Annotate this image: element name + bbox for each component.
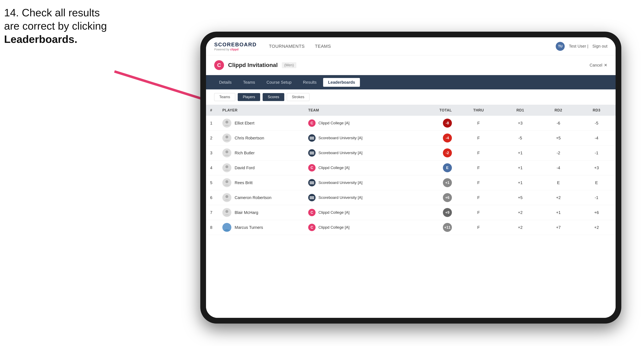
- row-total: +6: [406, 190, 456, 205]
- table-row: 7 Blair McHarg C Clippd College [A] +9 F…: [206, 205, 616, 220]
- col-header-num: #: [206, 105, 218, 116]
- svg-point-9: [225, 225, 228, 228]
- nav-link-teams[interactable]: TEAMS: [315, 44, 331, 49]
- row-team: Scoreboard University [A]: [304, 175, 406, 190]
- row-rd3: +2: [577, 220, 616, 235]
- row-total: +11: [406, 220, 456, 235]
- row-thru: F: [456, 116, 501, 131]
- row-player: David Ford: [218, 161, 304, 175]
- top-nav: SCOREBOARD Powered by clippd TOURNAMENTS…: [206, 37, 616, 55]
- row-player: Cameron Robertson: [218, 190, 304, 205]
- table-row: 6 Cameron Robertson Scoreboard Universit…: [206, 190, 616, 205]
- row-team: Scoreboard University [A]: [304, 131, 406, 146]
- filter-bar: Teams Players Scores Strokes: [206, 89, 616, 105]
- row-num: 3: [206, 146, 218, 161]
- row-total: -8: [406, 116, 456, 131]
- row-thru: F: [456, 220, 501, 235]
- filter-strokes-button[interactable]: Strokes: [287, 93, 310, 101]
- user-avatar: TU: [556, 42, 565, 51]
- team-logo-scoreboard: [308, 179, 316, 186]
- team-logo-scoreboard: [308, 134, 316, 142]
- row-player: Marcus Turners: [218, 220, 304, 235]
- row-thru: F: [456, 175, 501, 190]
- row-num: 6: [206, 190, 218, 205]
- player-avatar: [222, 119, 231, 128]
- row-rd1: +5: [501, 190, 539, 205]
- svg-point-7: [226, 195, 228, 198]
- team-logo-scoreboard: [308, 149, 316, 157]
- nav-right: TU Test User | Sign out: [556, 42, 608, 51]
- svg-point-3: [226, 136, 228, 138]
- leaderboard-table: # PLAYER TEAM TOTAL THRU RD1 RD2 RD3 1: [206, 105, 616, 235]
- row-rd1: +2: [501, 205, 539, 220]
- score-badge: +1: [443, 178, 452, 187]
- tournament-left: C Clippd Invitational (Men): [214, 60, 296, 70]
- filter-players-button[interactable]: Players: [238, 93, 260, 101]
- row-rd3: +3: [577, 161, 616, 175]
- nav-user-text: Test User |: [569, 44, 588, 49]
- row-rd1: +1: [501, 146, 539, 161]
- row-num: 8: [206, 220, 218, 235]
- cancel-button[interactable]: Cancel ✕: [590, 63, 608, 68]
- tab-teams[interactable]: Teams: [238, 78, 260, 87]
- row-rd2: -2: [539, 146, 578, 161]
- tab-details[interactable]: Details: [214, 78, 236, 87]
- team-logo-clippd: C: [308, 119, 316, 127]
- score-badge: E: [443, 163, 452, 172]
- nav-links: TOURNAMENTS TEAMS: [269, 44, 556, 49]
- svg-point-4: [226, 151, 228, 153]
- row-rd2: -4: [539, 161, 578, 175]
- row-team: C Clippd College [A]: [304, 220, 406, 235]
- row-rd1: +1: [501, 175, 539, 190]
- tournament-header: C Clippd Invitational (Men) Cancel ✕: [206, 55, 616, 75]
- instruction-text: 14. Check all results are correct by cli…: [4, 6, 107, 46]
- row-thru: F: [456, 161, 501, 175]
- nav-link-tournaments[interactable]: TOURNAMENTS: [269, 44, 305, 49]
- filter-scores-button[interactable]: Scores: [263, 93, 284, 101]
- tab-results[interactable]: Results: [298, 78, 322, 87]
- tournament-name: Clippd Invitational: [228, 62, 278, 68]
- row-num: 4: [206, 161, 218, 175]
- table-row: 4 David Ford C Clippd College [A] E F +1…: [206, 161, 616, 175]
- tournament-icon: C: [214, 60, 224, 70]
- score-badge: +6: [443, 193, 452, 202]
- row-team: C Clippd College [A]: [304, 116, 406, 131]
- row-rd1: +1: [501, 161, 539, 175]
- player-avatar: [222, 223, 231, 232]
- team-logo-clippd: C: [308, 164, 316, 172]
- row-total: E: [406, 161, 456, 175]
- row-team: Scoreboard University [A]: [304, 190, 406, 205]
- row-rd1: +3: [501, 116, 539, 131]
- row-total: -2: [406, 146, 456, 161]
- tablet-frame: SCOREBOARD Powered by clippd TOURNAMENTS…: [200, 32, 621, 324]
- row-rd1: -5: [501, 131, 539, 146]
- row-num: 1: [206, 116, 218, 131]
- filter-teams-button[interactable]: Teams: [214, 93, 235, 101]
- row-rd2: -6: [539, 116, 578, 131]
- row-thru: F: [456, 190, 501, 205]
- tab-course-setup[interactable]: Course Setup: [262, 78, 296, 87]
- svg-point-6: [226, 180, 228, 183]
- table-header-row: # PLAYER TEAM TOTAL THRU RD1 RD2 RD3: [206, 105, 616, 116]
- close-icon: ✕: [604, 63, 608, 68]
- row-player: Blair McHarg: [218, 205, 304, 220]
- score-badge: -4: [443, 134, 452, 143]
- row-rd2: +7: [539, 220, 578, 235]
- tablet-screen: SCOREBOARD Powered by clippd TOURNAMENTS…: [206, 37, 616, 318]
- row-player: Elliot Ebert: [218, 116, 304, 131]
- tab-bar: Details Teams Course Setup Results Leade…: [206, 75, 616, 89]
- player-avatar: [222, 134, 231, 143]
- tab-leaderboards[interactable]: Leaderboards: [323, 78, 360, 87]
- svg-point-5: [226, 165, 228, 168]
- row-team: C Clippd College [A]: [304, 161, 406, 175]
- row-thru: F: [456, 131, 501, 146]
- score-badge: +11: [443, 223, 452, 232]
- row-rd3: -5: [577, 116, 616, 131]
- row-player: Rees Britt: [218, 175, 304, 190]
- sign-out-link[interactable]: Sign out: [592, 44, 608, 49]
- team-logo-clippd: C: [308, 209, 316, 216]
- row-thru: F: [456, 146, 501, 161]
- col-header-rd3: RD3: [577, 105, 616, 116]
- row-rd1: +2: [501, 220, 539, 235]
- row-num: 5: [206, 175, 218, 190]
